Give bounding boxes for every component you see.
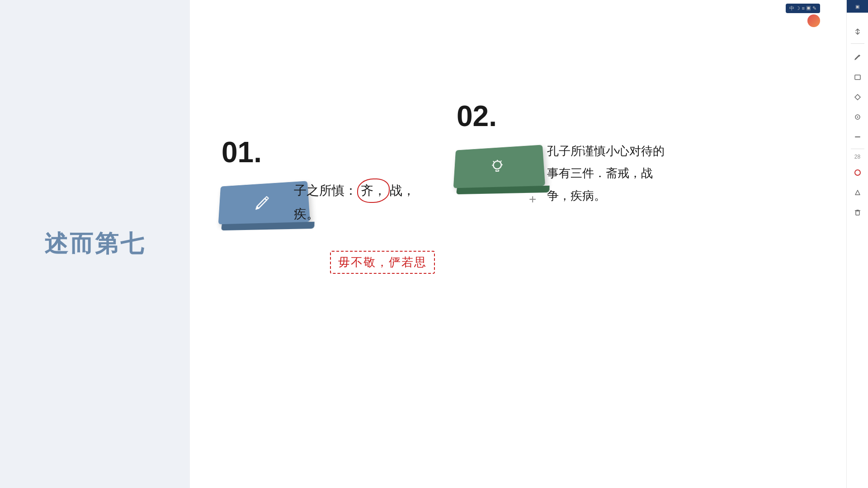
svg-marker-13 xyxy=(855,190,860,195)
toolbar-minus-btn[interactable] xyxy=(849,129,866,145)
section-number-01: 01. xyxy=(222,136,307,169)
tray-icons: 中 ☽ ≡ ▣ ✎ xyxy=(789,5,816,12)
svg-point-10 xyxy=(857,117,858,118)
highlighted-qi: 齐， xyxy=(357,178,390,203)
toolbar-pen-btn[interactable] xyxy=(849,49,866,66)
toolbar-diamond-btn[interactable] xyxy=(849,89,866,105)
user-avatar xyxy=(807,14,820,27)
toolbar-trash-btn[interactable] xyxy=(849,204,866,221)
toolbar-star-btn[interactable] xyxy=(849,109,866,125)
toolbar-circle-btn[interactable] xyxy=(849,164,866,181)
svg-point-12 xyxy=(855,170,860,175)
svg-rect-14 xyxy=(856,211,859,215)
toolbar-top-bar: ▣ xyxy=(847,0,868,13)
main-content: 中 ☽ ≡ ▣ ✎ 01. 子之所慎：齐，战， 疾。 02. xyxy=(190,0,846,488)
right-toolbar: ▣ 28 xyxy=(846,0,868,488)
sidebar: 述而第七 xyxy=(0,0,190,488)
toolbar-divider-2 xyxy=(851,149,864,149)
page-number: 28 xyxy=(854,154,860,160)
sidebar-title: 述而第七 xyxy=(44,228,146,260)
svg-rect-11 xyxy=(855,136,860,137)
toolbar-top-text: ▣ xyxy=(855,4,860,9)
bulb-icon xyxy=(488,158,506,176)
section-02: 02. xyxy=(452,99,542,187)
svg-rect-7 xyxy=(855,75,860,80)
svg-marker-8 xyxy=(855,94,860,100)
svg-point-0 xyxy=(493,161,501,169)
svg-line-3 xyxy=(493,161,494,162)
boxed-text-area: 毋不敬，俨若思 xyxy=(330,251,435,274)
toolbar-updown-btn[interactable] xyxy=(849,23,866,40)
section-number-02: 02. xyxy=(457,99,542,133)
text-02: 孔子所谨慎小心对待的事有三件．斋戒，战争，疾病。 xyxy=(547,140,665,207)
boxed-text-content: 毋不敬，俨若思 xyxy=(338,255,427,269)
toolbar-arrow-btn[interactable] xyxy=(849,184,866,201)
text-01-mid: 战， xyxy=(390,183,415,197)
text-01: 子之所慎：齐，战， 疾。 xyxy=(294,178,415,226)
pencil-icon xyxy=(253,194,271,212)
text-01-end: 疾。 xyxy=(294,207,319,221)
svg-line-4 xyxy=(500,161,501,162)
card-bulb xyxy=(453,145,545,188)
plus-icon[interactable]: + xyxy=(529,192,536,206)
toolbar-divider-1 xyxy=(851,43,864,44)
toolbar-rect-btn[interactable] xyxy=(849,69,866,85)
text-01-prefix: 子之所慎： xyxy=(294,183,357,197)
system-tray: 中 ☽ ≡ ▣ ✎ xyxy=(786,4,820,13)
